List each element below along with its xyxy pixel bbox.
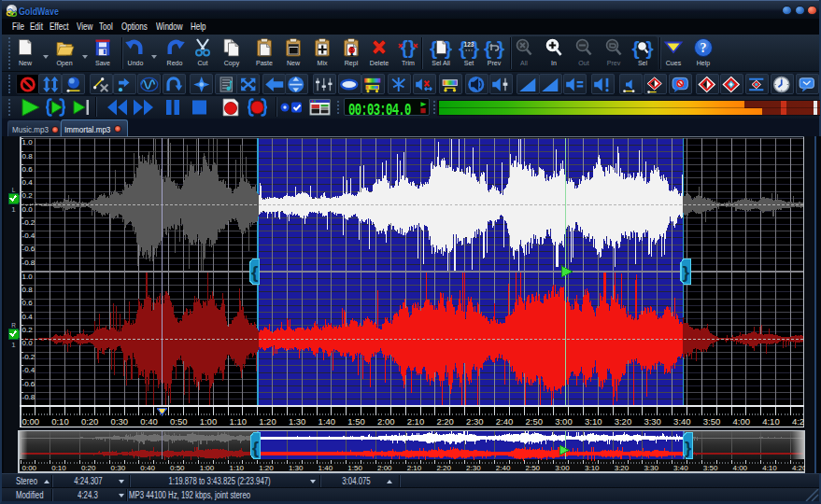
svg-text:{: { — [252, 439, 259, 457]
svg-text:1:10: 1:10 — [230, 416, 248, 427]
svg-text:1:40: 1:40 — [318, 464, 333, 472]
svg-text:3:00: 3:00 — [555, 464, 570, 472]
svg-text:2:20: 2:20 — [436, 416, 454, 427]
svg-text:3:20: 3:20 — [615, 464, 630, 472]
svg-text:}: } — [445, 37, 452, 59]
svg-text:4:10: 4:10 — [762, 464, 777, 472]
svg-text:4:20: 4:20 — [792, 464, 807, 472]
svg-text:0:50: 0:50 — [170, 464, 185, 472]
svg-text:2:50: 2:50 — [526, 464, 541, 472]
svg-text:3:10: 3:10 — [585, 416, 602, 427]
svg-text:0:40: 0:40 — [140, 464, 155, 472]
svg-text:{: { — [484, 37, 491, 59]
svg-text:1:30: 1:30 — [289, 416, 306, 427]
svg-text:2:50: 2:50 — [526, 416, 544, 427]
svg-text:-0.6: -0.6 — [22, 380, 35, 388]
svg-text:4:00: 4:00 — [733, 464, 748, 472]
svg-text:1:40: 1:40 — [318, 416, 336, 427]
svg-text:2:20: 2:20 — [436, 464, 451, 472]
svg-text:1:00: 1:00 — [200, 416, 218, 427]
svg-text:0:20: 0:20 — [81, 416, 99, 427]
svg-text:3:30: 3:30 — [644, 416, 661, 427]
svg-text:4:10: 4:10 — [762, 416, 780, 427]
svg-text:1:10: 1:10 — [230, 464, 245, 472]
svg-text:0:20: 0:20 — [81, 464, 96, 472]
svg-text:1:20: 1:20 — [259, 464, 274, 472]
svg-text:0.4: 0.4 — [22, 178, 34, 187]
svg-text:1.0: 1.0 — [22, 273, 34, 281]
svg-text:0:30: 0:30 — [111, 464, 126, 472]
svg-text:4:00: 4:00 — [733, 416, 751, 427]
svg-text:0.8: 0.8 — [22, 286, 34, 294]
svg-text:}: } — [408, 37, 416, 58]
svg-text:-0.4: -0.4 — [22, 366, 35, 374]
svg-text:-0.8: -0.8 — [22, 393, 35, 401]
svg-text:0.0: 0.0 — [22, 205, 34, 214]
svg-text:0:10: 0:10 — [51, 464, 66, 472]
svg-text:3:10: 3:10 — [585, 464, 600, 472]
svg-text:2:10: 2:10 — [407, 464, 422, 472]
svg-text:}: } — [685, 439, 691, 457]
svg-text:0.4: 0.4 — [22, 313, 34, 321]
svg-text:}: } — [683, 262, 690, 282]
svg-text:0.8: 0.8 — [22, 152, 34, 161]
svg-text:1: 1 — [11, 205, 16, 214]
svg-text:L: L — [12, 187, 16, 193]
svg-text:3:00: 3:00 — [555, 416, 573, 427]
svg-text:0.2: 0.2 — [22, 326, 34, 334]
svg-text:}: } — [645, 37, 653, 59]
svg-text:0.2: 0.2 — [22, 191, 34, 200]
svg-text:2:40: 2:40 — [496, 416, 514, 427]
svg-text:2:10: 2:10 — [407, 416, 425, 427]
svg-text:-0.6: -0.6 — [22, 245, 35, 253]
svg-text:2:00: 2:00 — [377, 464, 392, 472]
svg-text:0.6: 0.6 — [22, 299, 34, 307]
svg-text:1:50: 1:50 — [347, 416, 365, 427]
svg-text:1:50: 1:50 — [347, 464, 362, 472]
svg-text:3:50: 3:50 — [703, 416, 721, 427]
svg-text:0:40: 0:40 — [140, 416, 158, 427]
svg-text:1.0: 1.0 — [22, 138, 34, 147]
svg-text:1:00: 1:00 — [200, 464, 215, 472]
svg-text:{: { — [631, 37, 639, 59]
svg-text:{: { — [430, 37, 437, 59]
svg-text:123: 123 — [464, 41, 474, 48]
svg-text:{: { — [459, 37, 466, 59]
svg-text:2:30: 2:30 — [466, 464, 481, 472]
svg-text:0:30: 0:30 — [111, 416, 129, 427]
svg-text:-0.2: -0.2 — [22, 353, 35, 361]
svg-text:1: 1 — [11, 341, 16, 349]
svg-text:0:00: 0:00 — [22, 416, 40, 427]
svg-text:-0.2: -0.2 — [22, 218, 35, 227]
svg-text:0:00: 0:00 — [22, 464, 37, 472]
svg-text:1:30: 1:30 — [289, 464, 304, 472]
svg-text:0:10: 0:10 — [51, 416, 68, 427]
svg-text:{: { — [251, 262, 258, 282]
svg-text:3:20: 3:20 — [615, 416, 632, 427]
svg-text:2:00: 2:00 — [377, 416, 395, 427]
svg-text:3:40: 3:40 — [673, 464, 688, 472]
svg-text:1:20: 1:20 — [259, 416, 276, 427]
svg-text:-0.4: -0.4 — [22, 231, 35, 240]
svg-text:R: R — [11, 322, 16, 329]
svg-text:0:50: 0:50 — [170, 416, 188, 427]
svg-text:0.0: 0.0 — [22, 339, 34, 347]
svg-text:2:40: 2:40 — [496, 464, 511, 472]
svg-text:3:30: 3:30 — [644, 464, 658, 472]
svg-text:?: ? — [701, 41, 707, 55]
svg-text:3:50: 3:50 — [703, 464, 718, 472]
svg-text:2:30: 2:30 — [466, 416, 483, 427]
svg-text:-0.8: -0.8 — [22, 259, 35, 267]
svg-text:{: { — [401, 37, 408, 58]
svg-text:0.6: 0.6 — [22, 165, 34, 174]
svg-text:3:40: 3:40 — [673, 416, 691, 427]
